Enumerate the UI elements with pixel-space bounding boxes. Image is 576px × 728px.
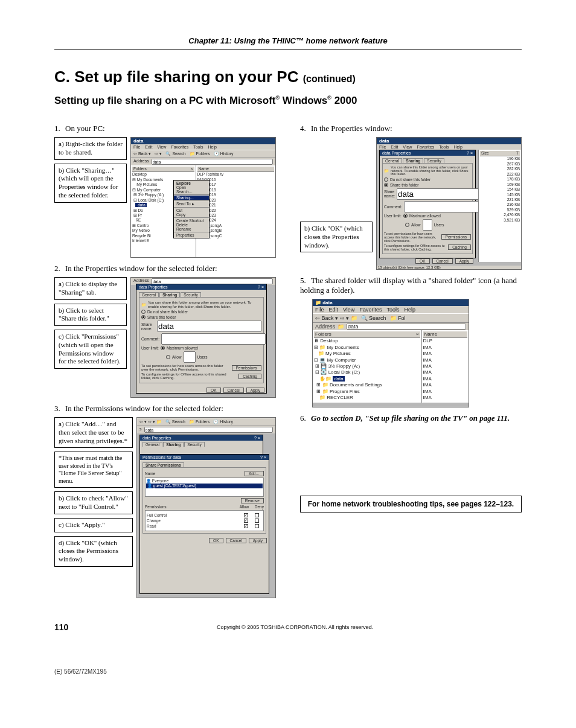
- perm-apply[interactable]: Apply: [249, 538, 267, 543]
- radio-max[interactable]: [161, 346, 165, 350]
- tree-data-selected[interactable]: data: [135, 203, 146, 207]
- addr3[interactable]: [144, 427, 274, 433]
- tree-pics[interactable]: My Pictures: [135, 182, 157, 187]
- ctx-shortcut[interactable]: Create Shortcut: [174, 219, 209, 223]
- ctx-cut[interactable]: Cut: [174, 208, 209, 212]
- list5-item[interactable]: DLP: [423, 338, 467, 344]
- ctx-rename[interactable]: Rename: [174, 227, 209, 231]
- m5-help[interactable]: Help: [404, 307, 415, 313]
- radio-noshare[interactable]: [141, 310, 146, 314]
- perm-cancel[interactable]: Cancel: [226, 538, 246, 543]
- t4-sec[interactable]: Security: [424, 158, 444, 163]
- list5-item[interactable]: IMA: [423, 395, 467, 401]
- m5-view[interactable]: View: [343, 307, 354, 313]
- chk-rd-deny[interactable]: [255, 524, 259, 528]
- tab-gen2[interactable]: General: [142, 442, 162, 447]
- btn-back[interactable]: Back: [138, 152, 148, 156]
- user-guest[interactable]: 👤 guest (CA-TEST1\guest): [146, 484, 263, 488]
- search-icon[interactable]: 🔍 Search: [165, 152, 185, 156]
- ctx-delete[interactable]: Delete: [174, 223, 209, 227]
- list5-item[interactable]: IMA: [423, 369, 467, 375]
- list5-item[interactable]: IMA: [423, 376, 467, 382]
- menu-file[interactable]: File: [133, 145, 140, 149]
- radio-allow[interactable]: [166, 355, 170, 359]
- list-item[interactable]: DLP Toshiba tv: [197, 172, 274, 177]
- input-users[interactable]: [184, 351, 196, 363]
- apply4[interactable]: Apply: [455, 258, 473, 264]
- tab-security[interactable]: Security: [181, 292, 200, 297]
- tab-shareperm[interactable]: Share Permissions: [142, 462, 184, 467]
- tree-desktop[interactable]: Desktop: [132, 172, 194, 177]
- t4-shr[interactable]: Sharing: [403, 158, 423, 163]
- b4-perm[interactable]: Permissions: [441, 234, 471, 240]
- chk-chg-deny[interactable]: [255, 519, 259, 523]
- permissions-button[interactable]: Permissions: [232, 365, 261, 371]
- r4-no[interactable]: [384, 177, 388, 182]
- history-icon[interactable]: 🕑 History: [214, 152, 234, 156]
- list5-item[interactable]: IMA: [423, 363, 467, 369]
- input-comment[interactable]: [161, 333, 266, 345]
- cancel-button[interactable]: Cancel: [223, 388, 244, 393]
- b4-cache[interactable]: Caching: [448, 244, 471, 250]
- ctx-sharing[interactable]: Sharing…: [174, 196, 209, 200]
- addr5[interactable]: [347, 324, 466, 330]
- tree-mydocs[interactable]: My Documents: [137, 177, 163, 182]
- list5-item[interactable]: IMA: [423, 351, 467, 357]
- tab-shr2[interactable]: Sharing: [163, 442, 184, 447]
- ok4[interactable]: OK: [415, 258, 429, 264]
- r4-yes[interactable]: [384, 183, 388, 187]
- list5-item[interactable]: IMA: [423, 389, 467, 395]
- user-everyone[interactable]: 👤 Everyone: [146, 479, 263, 484]
- close-icon[interactable]: ? ×: [258, 285, 264, 289]
- m4-view[interactable]: View: [403, 145, 412, 149]
- m4-help[interactable]: Help: [454, 145, 462, 149]
- menu-edit[interactable]: Edit: [145, 145, 152, 149]
- radio-share[interactable]: [141, 315, 146, 319]
- ctx-copy[interactable]: Copy: [174, 212, 209, 217]
- m4-edit[interactable]: Edit: [391, 145, 398, 149]
- m5-fav[interactable]: Favorites: [359, 307, 382, 313]
- tree-localdisk[interactable]: Local Disk (C:): [138, 198, 164, 202]
- m4-file[interactable]: File: [379, 145, 386, 149]
- list5-item[interactable]: IMA: [423, 382, 467, 388]
- size-hdr[interactable]: Size: [481, 151, 489, 156]
- list-name-hdr[interactable]: Name: [197, 167, 274, 172]
- i4-usr[interactable]: [423, 219, 432, 231]
- m5-file[interactable]: File: [315, 307, 324, 313]
- perm-ok[interactable]: OK: [209, 538, 223, 543]
- m4-tools[interactable]: Tools: [439, 145, 449, 149]
- ok-button[interactable]: OK: [206, 388, 220, 393]
- remove-button[interactable]: Remove: [241, 498, 264, 503]
- chk-fc-deny[interactable]: [255, 513, 259, 517]
- r4-al[interactable]: [405, 223, 409, 227]
- menu-view[interactable]: View: [157, 145, 166, 149]
- cancel4[interactable]: Cancel: [432, 258, 453, 264]
- tab-sharing[interactable]: Sharing: [159, 292, 180, 297]
- menu-favorites[interactable]: Favorites: [171, 145, 188, 149]
- context-menu[interactable]: Explore Open Search… Sharing… Send To ▸ …: [173, 180, 210, 238]
- shared-folder-icon[interactable]: data: [333, 376, 345, 382]
- chk-fc-allow[interactable]: ✓: [244, 513, 248, 517]
- caching-button[interactable]: Caching: [238, 374, 261, 379]
- ctx-open[interactable]: Open: [174, 185, 209, 190]
- menu-tools[interactable]: Tools: [193, 145, 203, 149]
- m4-fav[interactable]: Favorites: [417, 145, 434, 149]
- list5-item[interactable]: IMA: [423, 345, 467, 351]
- menu-help[interactable]: Help: [208, 145, 217, 149]
- m5-tools[interactable]: Tools: [386, 307, 399, 313]
- ctx-properties[interactable]: Properties: [174, 233, 209, 237]
- chk-rd-allow[interactable]: ✓: [244, 524, 248, 528]
- r4-max[interactable]: [403, 214, 408, 218]
- ctx-sendto[interactable]: Send To ▸: [174, 202, 209, 206]
- folders-icon[interactable]: 📁 Folders: [190, 152, 210, 156]
- tab-sec2[interactable]: Security: [184, 442, 204, 447]
- input-sharename[interactable]: [157, 321, 261, 332]
- tree-mycomp[interactable]: My Computer: [137, 188, 161, 192]
- ctx-explore[interactable]: Explore: [174, 181, 209, 185]
- chk-chg-allow[interactable]: ✓: [244, 519, 248, 523]
- add-button[interactable]: Add…: [245, 471, 264, 476]
- apply-button[interactable]: Apply: [246, 388, 264, 393]
- m5-edit[interactable]: Edit: [329, 307, 339, 313]
- ctx-search[interactable]: Search…: [174, 190, 209, 194]
- list5-item[interactable]: IMA: [423, 357, 467, 363]
